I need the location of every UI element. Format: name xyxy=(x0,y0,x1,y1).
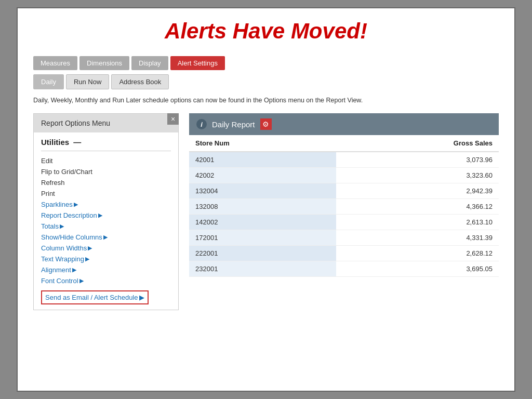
tab-dimensions[interactable]: Dimensions xyxy=(79,56,129,70)
menu-item-alignment[interactable]: Alignment ▶ xyxy=(41,264,171,275)
cell-store-num: 42001 xyxy=(189,152,336,168)
menu-item-show-hide-columns[interactable]: Show/Hide Columns ▶ xyxy=(41,232,171,243)
table-row: 2220012,628.12 xyxy=(189,246,499,261)
menu-item-text-wrapping[interactable]: Text Wrapping ▶ xyxy=(41,254,171,264)
report-panel: i Daily Report ⚙ Store Num Gross Sales 4… xyxy=(189,113,499,310)
cell-gross-sales: 2,613.10 xyxy=(336,215,499,230)
table-header-row: Store Num Gross Sales xyxy=(189,135,499,152)
cell-gross-sales: 3,073.96 xyxy=(336,152,499,168)
cell-gross-sales: 2,628.12 xyxy=(336,246,499,261)
cell-gross-sales: 3,323.60 xyxy=(336,168,499,183)
tab-row-primary: Measures Dimensions Display Alert Settin… xyxy=(33,56,499,70)
font-control-arrow-icon: ▶ xyxy=(79,277,84,284)
main-content-area: × Report Options Menu Utilities — Edit F… xyxy=(33,113,499,310)
cell-store-num: 132008 xyxy=(189,199,336,215)
tab-alert-settings[interactable]: Alert Settings xyxy=(170,56,225,70)
report-table: Store Num Gross Sales 420013,073.9642002… xyxy=(189,135,499,277)
options-panel-body: Utilities — Edit Flip to Grid/Chart Refr… xyxy=(34,132,178,310)
table-row: 420013,073.96 xyxy=(189,152,499,168)
tab-row-secondary: Daily Run Now Address Book xyxy=(33,74,499,89)
cell-store-num: 232001 xyxy=(189,261,336,277)
cell-gross-sales: 3,695.05 xyxy=(336,261,499,277)
page-title: Alerts Have Moved! xyxy=(33,19,499,44)
cell-gross-sales: 4,331.39 xyxy=(336,230,499,246)
menu-item-report-description[interactable]: Report Description ▶ xyxy=(41,210,171,221)
report-title: Daily Report xyxy=(212,120,255,129)
report-description-arrow-icon: ▶ xyxy=(98,212,102,219)
tab-run-now[interactable]: Run Now xyxy=(66,74,109,89)
info-message: Daily, Weekly, Monthly and Run Later sch… xyxy=(33,97,499,104)
table-row: 1320042,942.39 xyxy=(189,183,499,199)
text-wrapping-arrow-icon: ▶ xyxy=(85,256,89,262)
collapse-icon[interactable]: — xyxy=(73,138,81,147)
cell-store-num: 222001 xyxy=(189,246,336,261)
column-header-gross-sales: Gross Sales xyxy=(336,135,499,152)
utilities-section-title: Utilities — xyxy=(41,138,171,147)
menu-item-font-control[interactable]: Font Control ▶ xyxy=(41,275,171,286)
report-header: i Daily Report ⚙ xyxy=(189,113,499,135)
menu-item-refresh: Refresh xyxy=(41,177,171,188)
menu-item-edit: Edit xyxy=(41,155,171,166)
table-row: 2320013,695.05 xyxy=(189,261,499,277)
gear-icon[interactable]: ⚙ xyxy=(260,118,272,130)
options-panel-header: Report Options Menu xyxy=(34,114,178,132)
column-widths-arrow-icon: ▶ xyxy=(88,245,92,251)
menu-item-print: Print xyxy=(41,188,171,199)
cell-store-num: 172001 xyxy=(189,230,336,246)
totals-arrow-icon: ▶ xyxy=(60,223,64,230)
show-hide-columns-arrow-icon: ▶ xyxy=(103,234,108,241)
menu-item-send-email[interactable]: Send as Email / Alert Schedule ▶ xyxy=(41,290,149,304)
tab-address-book[interactable]: Address Book xyxy=(111,74,169,89)
sparklines-arrow-icon: ▶ xyxy=(74,201,78,208)
column-header-store-num: Store Num xyxy=(189,135,336,152)
menu-item-sparklines[interactable]: Sparklines ▶ xyxy=(41,199,171,210)
alignment-arrow-icon: ▶ xyxy=(72,267,76,273)
cell-gross-sales: 4,366.12 xyxy=(336,199,499,215)
main-container: Alerts Have Moved! Measures Dimensions D… xyxy=(17,7,515,392)
table-row: 1320084,366.12 xyxy=(189,199,499,215)
cell-store-num: 42002 xyxy=(189,168,336,183)
table-row: 420023,323.60 xyxy=(189,168,499,183)
table-row: 1420022,613.10 xyxy=(189,215,499,230)
cell-store-num: 132004 xyxy=(189,183,336,199)
utilities-label: Utilities xyxy=(41,138,69,147)
cell-gross-sales: 2,942.39 xyxy=(336,183,499,199)
table-row: 1720014,331.39 xyxy=(189,230,499,246)
menu-item-totals[interactable]: Totals ▶ xyxy=(41,221,171,232)
info-icon: i xyxy=(196,119,207,129)
menu-item-flip: Flip to Grid/Chart xyxy=(41,166,171,177)
tab-measures[interactable]: Measures xyxy=(33,56,77,70)
cell-store-num: 142002 xyxy=(189,215,336,230)
tab-display[interactable]: Display xyxy=(131,56,168,70)
options-panel: × Report Options Menu Utilities — Edit F… xyxy=(33,113,179,310)
tab-daily[interactable]: Daily xyxy=(33,74,64,89)
close-button[interactable]: × xyxy=(167,113,179,125)
send-email-arrow-icon: ▶ xyxy=(139,294,144,301)
menu-item-column-widths[interactable]: Column Widths ▶ xyxy=(41,243,171,254)
divider xyxy=(41,151,171,151)
